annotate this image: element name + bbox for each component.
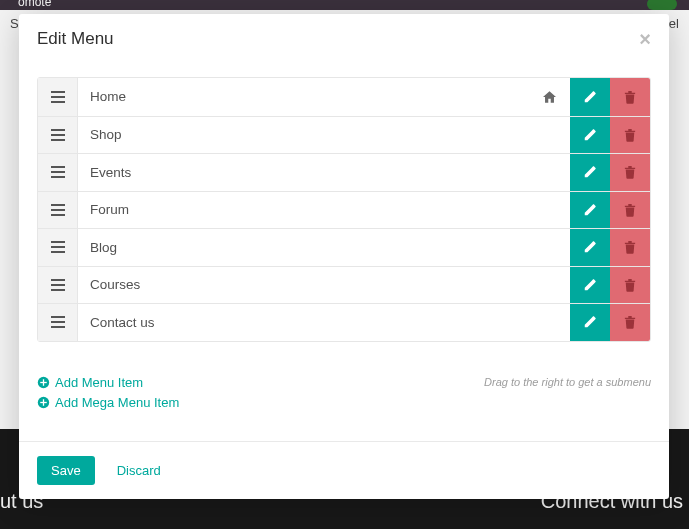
svg-rect-26 [40, 402, 47, 403]
svg-rect-10 [51, 209, 65, 211]
menu-item: Forum [38, 191, 650, 229]
plus-circle-icon [37, 396, 50, 409]
delete-button[interactable] [610, 267, 650, 304]
svg-rect-4 [51, 134, 65, 136]
drag-handle-icon[interactable] [38, 229, 78, 266]
modal-title: Edit Menu [37, 29, 114, 49]
menu-item-label[interactable]: Forum [78, 192, 570, 229]
drag-handle-icon[interactable] [38, 304, 78, 341]
delete-button[interactable] [610, 154, 650, 191]
edit-menu-modal: Edit Menu × HomeShopEventsForumBlogCours… [19, 14, 669, 499]
edit-button[interactable] [570, 229, 610, 266]
menu-item-label[interactable]: Shop [78, 117, 570, 154]
svg-rect-2 [51, 101, 65, 103]
menu-item-text: Events [90, 165, 131, 180]
edit-button[interactable] [570, 117, 610, 154]
svg-rect-16 [51, 284, 65, 286]
menu-item-label[interactable]: Courses [78, 267, 570, 304]
add-mega-menu-item-link[interactable]: Add Mega Menu Item [37, 393, 651, 413]
plus-circle-icon [37, 376, 50, 389]
drag-handle-icon[interactable] [38, 154, 78, 191]
svg-rect-19 [51, 321, 65, 323]
svg-rect-0 [51, 91, 65, 93]
add-menu-item-label: Add Menu Item [55, 373, 143, 393]
menu-item-text: Home [90, 89, 126, 104]
edit-button[interactable] [570, 154, 610, 191]
menu-item-label[interactable]: Home [78, 78, 543, 116]
add-mega-menu-item-label: Add Mega Menu Item [55, 393, 179, 413]
menu-item: Contact us [38, 303, 650, 341]
edit-button[interactable] [570, 78, 610, 116]
home-icon [543, 91, 566, 103]
discard-button[interactable]: Discard [113, 456, 165, 485]
svg-rect-9 [51, 204, 65, 206]
svg-rect-3 [51, 129, 65, 131]
drag-handle-icon[interactable] [38, 117, 78, 154]
menu-item: Courses [38, 266, 650, 304]
modal-footer: Save Discard [19, 441, 669, 499]
modal-header: Edit Menu × [19, 14, 669, 65]
menu-item-label[interactable]: Events [78, 154, 570, 191]
svg-rect-14 [51, 251, 65, 253]
delete-button[interactable] [610, 229, 650, 266]
menu-item: Home [38, 78, 650, 116]
close-icon[interactable]: × [639, 29, 651, 49]
menu-item-text: Contact us [90, 315, 155, 330]
menu-item-label[interactable]: Contact us [78, 304, 570, 341]
svg-rect-1 [51, 96, 65, 98]
svg-rect-18 [51, 316, 65, 318]
svg-rect-8 [51, 176, 65, 178]
svg-rect-23 [40, 382, 47, 383]
svg-rect-12 [51, 241, 65, 243]
edit-button[interactable] [570, 192, 610, 229]
delete-button[interactable] [610, 192, 650, 229]
menu-item-label[interactable]: Blog [78, 229, 570, 266]
delete-button[interactable] [610, 304, 650, 341]
svg-rect-7 [51, 171, 65, 173]
drag-handle-icon[interactable] [38, 192, 78, 229]
save-button[interactable]: Save [37, 456, 95, 485]
menu-item-text: Forum [90, 202, 129, 217]
svg-rect-6 [51, 166, 65, 168]
svg-rect-17 [51, 289, 65, 291]
menu-list: HomeShopEventsForumBlogCoursesContact us [37, 77, 651, 342]
delete-button[interactable] [610, 78, 650, 116]
menu-item: Events [38, 153, 650, 191]
drag-handle-icon[interactable] [38, 267, 78, 304]
svg-rect-5 [51, 139, 65, 141]
edit-button[interactable] [570, 267, 610, 304]
menu-item-text: Shop [90, 127, 122, 142]
menu-item: Blog [38, 228, 650, 266]
svg-rect-11 [51, 214, 65, 216]
svg-rect-20 [51, 326, 65, 328]
delete-button[interactable] [610, 117, 650, 154]
edit-button[interactable] [570, 304, 610, 341]
menu-item-text: Blog [90, 240, 117, 255]
menu-item-text: Courses [90, 277, 140, 292]
menu-item: Shop [38, 116, 650, 154]
svg-rect-13 [51, 246, 65, 248]
drag-handle-icon[interactable] [38, 78, 78, 116]
svg-rect-15 [51, 279, 65, 281]
